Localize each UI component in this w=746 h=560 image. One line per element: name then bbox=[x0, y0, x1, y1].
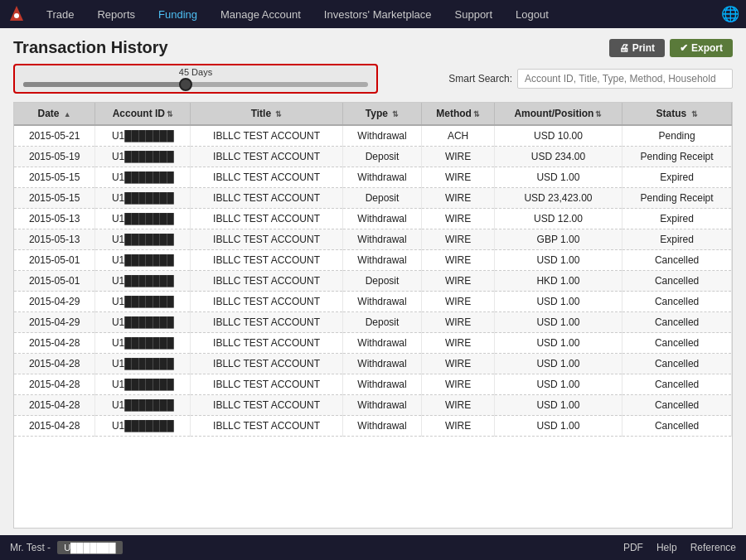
footer-user-badge: U███████ bbox=[57, 541, 123, 554]
col-header-amount[interactable]: Amount/Position⇅ bbox=[494, 103, 622, 125]
main-content: Transaction History 🖨 Print ✔ Export 45 … bbox=[0, 28, 746, 535]
cell-title: IBLLC TEST ACCOUNT bbox=[191, 292, 342, 312]
cell-type: Withdrawal bbox=[342, 416, 422, 437]
cell-amount: USD 23,423.00 bbox=[494, 188, 622, 209]
nav-item-logout[interactable]: Logout bbox=[504, 0, 560, 28]
nav-item-reports[interactable]: Reports bbox=[85, 0, 147, 28]
cell-method: WIRE bbox=[422, 147, 494, 167]
globe-icon[interactable]: 🌐 bbox=[721, 5, 739, 23]
slider-label: 45 Days bbox=[179, 67, 212, 77]
table-row: 2015-05-19 U1███████ IBLLC TEST ACCOUNT … bbox=[14, 147, 732, 167]
nav-item-manage-account[interactable]: Manage Account bbox=[209, 0, 312, 28]
cell-method: ACH bbox=[422, 125, 494, 147]
sort-icon-title: ⇅ bbox=[275, 110, 282, 118]
cell-amount: USD 1.00 bbox=[494, 292, 622, 312]
sort-icon-amount: ⇅ bbox=[595, 110, 602, 118]
nav-item-support[interactable]: Support bbox=[443, 0, 505, 28]
cell-type: Deposit bbox=[342, 312, 422, 333]
cell-status: Expired bbox=[622, 229, 732, 250]
cell-title: IBLLC TEST ACCOUNT bbox=[191, 125, 342, 147]
cell-amount: USD 1.00 bbox=[494, 250, 622, 271]
footer-right: PDF Help Reference bbox=[623, 542, 736, 553]
cell-amount: HKD 1.00 bbox=[494, 271, 622, 292]
table-row: 2015-04-29 U1███████ IBLLC TEST ACCOUNT … bbox=[14, 292, 732, 312]
search-input[interactable] bbox=[517, 69, 733, 89]
cell-status: Cancelled bbox=[622, 354, 732, 374]
days-slider-container[interactable]: 45 Days bbox=[13, 64, 378, 94]
cell-title: IBLLC TEST ACCOUNT bbox=[191, 209, 342, 229]
nav-item-funding[interactable]: Funding bbox=[147, 0, 209, 28]
cell-amount: USD 1.00 bbox=[494, 333, 622, 354]
print-button[interactable]: 🖨 Print bbox=[609, 39, 665, 57]
footer-link-help[interactable]: Help bbox=[656, 542, 677, 553]
cell-method: WIRE bbox=[422, 229, 494, 250]
cell-account-id: U1███████ bbox=[95, 229, 191, 250]
col-header-date[interactable]: Date ▲ bbox=[14, 103, 95, 125]
cell-status: Cancelled bbox=[622, 333, 732, 354]
slider-track bbox=[23, 82, 368, 87]
cell-type: Deposit bbox=[342, 188, 422, 209]
cell-type: Withdrawal bbox=[342, 374, 422, 395]
cell-account-id: U1███████ bbox=[95, 333, 191, 354]
col-header-method[interactable]: Method⇅ bbox=[422, 103, 494, 125]
table-row: 2015-05-15 U1███████ IBLLC TEST ACCOUNT … bbox=[14, 167, 732, 188]
cell-title: IBLLC TEST ACCOUNT bbox=[191, 188, 342, 209]
cell-type: Withdrawal bbox=[342, 292, 422, 312]
cell-title: IBLLC TEST ACCOUNT bbox=[191, 250, 342, 271]
cell-title: IBLLC TEST ACCOUNT bbox=[191, 147, 342, 167]
cell-method: WIRE bbox=[422, 271, 494, 292]
cell-method: WIRE bbox=[422, 354, 494, 374]
print-icon: 🖨 bbox=[619, 42, 629, 54]
col-header-status[interactable]: Status ⇅ bbox=[622, 103, 732, 125]
cell-account-id: U1███████ bbox=[95, 250, 191, 271]
cell-title: IBLLC TEST ACCOUNT bbox=[191, 271, 342, 292]
cell-date: 2015-05-13 bbox=[14, 229, 95, 250]
nav-items-list: Trade Reports Funding Manage Account Inv… bbox=[35, 0, 721, 28]
cell-method: WIRE bbox=[422, 374, 494, 395]
col-header-account-id[interactable]: Account ID⇅ bbox=[95, 103, 191, 125]
cell-date: 2015-05-01 bbox=[14, 271, 95, 292]
cell-amount: USD 10.00 bbox=[494, 125, 622, 147]
footer: Mr. Test - U███████ PDF Help Reference bbox=[0, 535, 746, 560]
cell-account-id: U1███████ bbox=[95, 354, 191, 374]
cell-date: 2015-05-21 bbox=[14, 125, 95, 147]
col-header-title[interactable]: Title ⇅ bbox=[191, 103, 342, 125]
cell-status: Cancelled bbox=[622, 250, 732, 271]
cell-method: WIRE bbox=[422, 292, 494, 312]
cell-status: Cancelled bbox=[622, 271, 732, 292]
cell-account-id: U1███████ bbox=[95, 167, 191, 188]
nav-item-trade[interactable]: Trade bbox=[35, 0, 85, 28]
sort-icon-date: ▲ bbox=[64, 110, 71, 118]
page-title: Transaction History bbox=[13, 38, 168, 57]
cell-amount: USD 234.00 bbox=[494, 147, 622, 167]
cell-title: IBLLC TEST ACCOUNT bbox=[191, 229, 342, 250]
col-header-type[interactable]: Type ⇅ bbox=[342, 103, 422, 125]
cell-date: 2015-04-28 bbox=[14, 374, 95, 395]
footer-link-pdf[interactable]: PDF bbox=[623, 542, 643, 553]
nav-item-investors-marketplace[interactable]: Investors' Marketplace bbox=[312, 0, 443, 28]
slider-thumb[interactable] bbox=[179, 78, 192, 91]
cell-amount: USD 1.00 bbox=[494, 167, 622, 188]
sort-icon-type: ⇅ bbox=[392, 110, 399, 118]
footer-link-reference[interactable]: Reference bbox=[690, 542, 736, 553]
cell-method: WIRE bbox=[422, 333, 494, 354]
cell-status: Cancelled bbox=[622, 292, 732, 312]
cell-amount: USD 1.00 bbox=[494, 312, 622, 333]
cell-account-id: U1███████ bbox=[95, 125, 191, 147]
table-row: 2015-04-29 U1███████ IBLLC TEST ACCOUNT … bbox=[14, 312, 732, 333]
cell-status: Cancelled bbox=[622, 416, 732, 437]
app-logo bbox=[7, 4, 27, 24]
cell-amount: GBP 1.00 bbox=[494, 229, 622, 250]
transactions-table: Date ▲ Account ID⇅ Title ⇅ Type ⇅ Method… bbox=[14, 103, 732, 437]
cell-type: Withdrawal bbox=[342, 250, 422, 271]
export-button[interactable]: ✔ Export bbox=[670, 39, 733, 57]
table-row: 2015-04-28 U1███████ IBLLC TEST ACCOUNT … bbox=[14, 416, 732, 437]
cell-account-id: U1███████ bbox=[95, 188, 191, 209]
cell-title: IBLLC TEST ACCOUNT bbox=[191, 374, 342, 395]
cell-type: Withdrawal bbox=[342, 209, 422, 229]
table-row: 2015-05-15 U1███████ IBLLC TEST ACCOUNT … bbox=[14, 188, 732, 209]
cell-type: Withdrawal bbox=[342, 354, 422, 374]
cell-amount: USD 1.00 bbox=[494, 395, 622, 416]
search-label: Smart Search: bbox=[448, 73, 512, 84]
cell-date: 2015-05-15 bbox=[14, 167, 95, 188]
